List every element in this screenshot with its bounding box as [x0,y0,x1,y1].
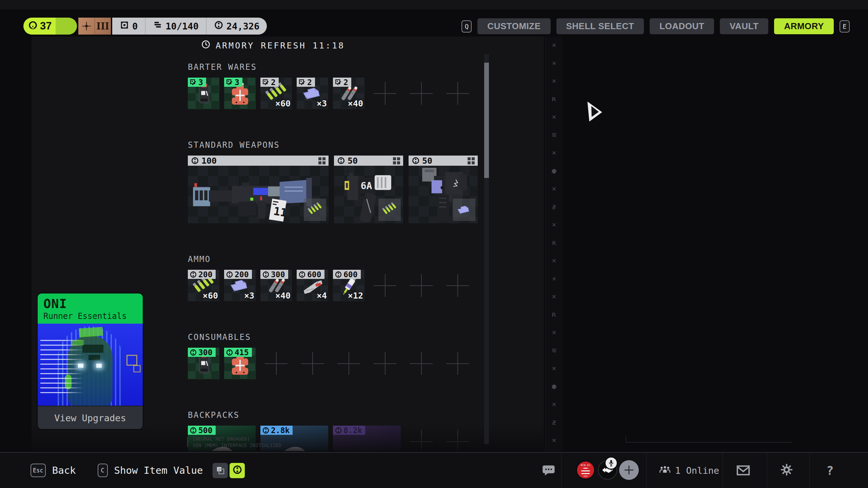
console-line: SEN (MEM) INTERFACE INITIALIZED [193,442,281,449]
credits-icon [214,20,223,30]
chat-icon[interactable] [542,465,555,476]
glitch-glyph: ✳ [552,275,556,282]
shop-item-medkit[interactable]: 3 [188,78,219,109]
section-title: CONSUMABLES [188,332,530,342]
player-level-pill: 37 [23,18,77,35]
shop-item-bullets[interactable]: 200×60 [188,270,219,301]
quantity-label: ×60 [275,99,291,108]
tab-vault[interactable]: VAULT [720,18,768,34]
glitch-glyph: ʀ [552,311,556,318]
credits-icon [232,465,242,475]
stash-icon [120,20,129,32]
weapon-card-rifle[interactable]: 10011 [188,156,329,223]
mail-icon[interactable] [736,465,750,476]
credits-icon [262,427,270,434]
capacity-counter: 10/140 [145,18,206,35]
price: 2 [343,78,348,87]
glitch-glyph: × [552,293,556,300]
credits-icon [226,349,233,356]
price-badge: 2 [333,78,351,87]
price: 600 [343,270,358,279]
help-icon[interactable]: ? [826,464,834,477]
scrollbar-thumb[interactable] [484,63,489,178]
section-title: BACKPACKS [188,410,530,420]
credits-icon [262,271,270,278]
glitch-glyph: × [552,436,556,444]
empty-slot [442,348,473,379]
online-status[interactable]: 1 Online [659,453,719,488]
quantity-label: ×12 [348,291,363,301]
settings-gear-icon[interactable] [781,464,793,477]
quantity-label: ×40 [275,291,291,301]
weapon-price-bar: 50 [334,156,403,166]
slot-dots-icon [468,157,475,164]
price-badge: 2.8k [260,426,293,435]
credits-icon [298,271,306,278]
empty-slot [260,348,292,379]
quantity-label: ×3 [244,291,254,301]
value-display-toggle [213,463,245,478]
glitch-glyph: ƶ [552,203,556,210]
upgrade-card[interactable]: ONI Runner Essentials View Upgrades [38,293,143,429]
add-friend-button[interactable] [619,460,639,480]
view-upgrades-button[interactable]: View Upgrades [38,406,143,429]
online-count: 1 Online [675,465,719,476]
empty-slot [406,270,437,301]
tab-armory[interactable]: ARMORY [774,18,834,34]
empty-slot [369,348,401,379]
shop-item-blade[interactable]: 600×4 [297,270,328,301]
shop-item-bullets[interactable]: 2×60 [260,78,292,109]
shop-item-syringe[interactable]: 600×12 [333,270,364,301]
shop-item-rockets[interactable]: 300×40 [260,270,292,301]
glitch-glyph: ʀ [552,95,556,103]
top-band [0,0,868,9]
console-tick [187,437,188,447]
weapon-card-pistol[interactable]: 506A [334,156,403,223]
glitch-glyph: ≋ [552,347,556,354]
shop-item-medkit[interactable]: 300 [188,348,219,379]
esc-keycap: Esc [31,464,46,477]
glitch-glyph: × [552,149,556,157]
toggle-value-view[interactable] [230,463,245,478]
shop-item-rockets[interactable]: 2×40 [333,78,364,109]
credits-icon [214,20,223,32]
shop-item-vest[interactable]: 415 [224,348,256,379]
tab-customize[interactable]: CUSTOMIZE [477,18,550,34]
shop-item-vest[interactable]: 3 [224,78,256,109]
glitch-glyph: × [552,41,556,49]
game-screen: 37 III 0 10/140 24,326 Q CUSTOMIZESHELL … [0,0,868,488]
glitch-glyph: ● [552,167,556,175]
stash-count: 0 [132,21,138,32]
price: 500 [198,426,213,435]
empty-slot [333,348,364,379]
section-title: BARTER WARES [188,62,530,72]
barter-icon [190,79,197,86]
shop-sections: BARTER WARES332×602×32×40STANDARD WEAPON… [188,37,530,451]
credits-icon [190,349,197,356]
price-badge: 200 [188,270,216,279]
weapon-card-smg[interactable]: 50 [409,156,478,223]
back-button[interactable]: Back [52,465,76,476]
tab-loadout[interactable]: LOADOUT [650,18,714,34]
price: 3 [198,78,203,87]
ammo-type-magazine-icon [453,199,475,221]
price: 100 [201,156,217,166]
toggle-item-view[interactable] [213,463,228,478]
rank-plate: III [78,18,111,35]
quantity-label: ×4 [317,291,327,301]
empty-slot [369,270,401,301]
weapon-price-bar: 100 [188,156,329,166]
credits-amount: 24,326 [226,21,260,32]
avatar-player-1[interactable]: RCN-81 [576,460,595,480]
avatar-player-2[interactable] [598,460,617,480]
rifle-icon: 11 [188,166,329,223]
barter-icon [298,79,306,86]
shop-item-magazine[interactable]: 200×3 [224,270,256,301]
barter-icon [262,79,270,86]
section-barter-wares: BARTER WARES332×602×32×40 [188,62,530,109]
tab-shell-select[interactable]: SHELL SELECT [556,18,644,34]
slot-dots-icon [318,157,326,164]
svg-text:11: 11 [273,204,288,219]
quantity-label: ×60 [203,291,218,301]
shop-item-magazine[interactable]: 2×3 [297,78,328,109]
